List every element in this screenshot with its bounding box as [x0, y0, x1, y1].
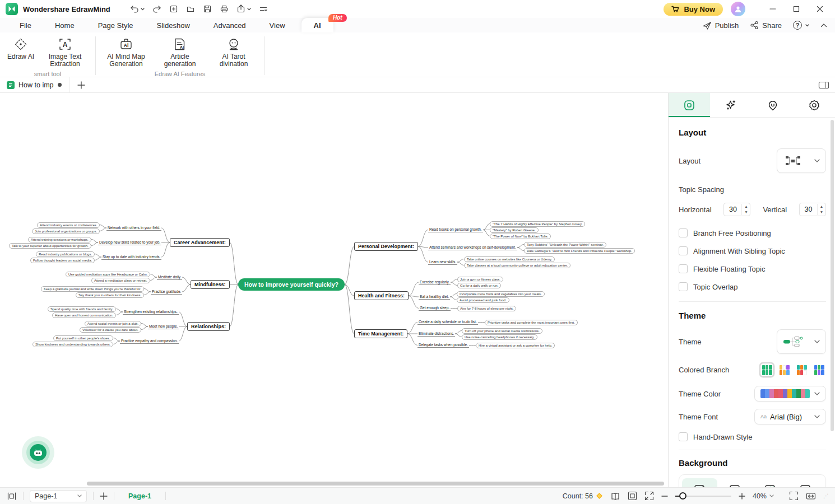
- redo-button[interactable]: [150, 2, 164, 16]
- mindmap-leaf-topic[interactable]: Use guided meditation apps like Headspac…: [66, 272, 150, 277]
- vertical-spacing-stepper[interactable]: 30 ▲▼: [799, 203, 826, 216]
- mindmap-subtopic[interactable]: Attend seminars and workshops on self-de…: [428, 245, 517, 250]
- tab-style-panel[interactable]: [669, 93, 710, 117]
- mindmap-leaf-topic[interactable]: "The Power of Now" by Eckhart Tolle.: [490, 234, 551, 239]
- resize-grip-icon[interactable]: ⋰: [823, 493, 829, 499]
- mindmap-leaf-topic[interactable]: Go for a daily walk or run.: [457, 283, 501, 288]
- menu-file[interactable]: File: [8, 21, 43, 30]
- menu-ai-active-tab[interactable]: AI Hot: [301, 18, 333, 32]
- checkbox-flexible-floating-topic[interactable]: Flexible Floating Topic: [679, 264, 826, 273]
- mindmap-leaf-topic[interactable]: Turn off your phone and social media not…: [462, 328, 542, 334]
- mindmap-branch-topic[interactable]: Health and Fitness:: [354, 291, 409, 300]
- mindmap-subtopic[interactable]: Delegate tasks when possible.: [418, 343, 469, 348]
- menu-home[interactable]: Home: [43, 21, 86, 30]
- stepper-arrows-icon[interactable]: ▲▼: [741, 204, 750, 215]
- minimize-button[interactable]: [761, 1, 785, 17]
- mindmap-subtopic[interactable]: Network with others in your field.: [106, 226, 161, 231]
- menu-view[interactable]: View: [258, 21, 297, 30]
- fit-width-button[interactable]: [806, 492, 816, 501]
- tab-sticker-panel[interactable]: [752, 93, 794, 117]
- mindmap-leaf-topic[interactable]: Keep a gratitude journal and write down …: [41, 286, 144, 292]
- mindmap-subtopic[interactable]: Eat a healthy diet.: [419, 295, 450, 300]
- mindmap-branch-topic[interactable]: Time Management:: [354, 329, 407, 338]
- pages-sidebar-button[interactable]: [7, 492, 17, 501]
- mindmap-leaf-topic[interactable]: Take online courses on websites like Cou…: [464, 256, 555, 262]
- mindmap-subtopic[interactable]: Stay up to date with industry trends.: [101, 255, 161, 260]
- mindmap-leaf-topic[interactable]: Put yourself in other people's shoes.: [53, 335, 113, 341]
- mindmap-leaf-topic[interactable]: Spend quality time with friends and fami…: [48, 306, 116, 312]
- mindmap-branch-topic[interactable]: Mindfulness:: [191, 280, 230, 289]
- stepper-arrows-icon[interactable]: ▲▼: [817, 204, 825, 215]
- mindmap-leaf-topic[interactable]: Volunteer for a cause you care about.: [80, 327, 141, 333]
- mindmap-leaf-topic[interactable]: Attend training sessions or workshops.: [28, 237, 91, 242]
- mindmap-leaf-topic[interactable]: Incorporate more fruits and vegetables i…: [457, 291, 545, 297]
- mindmap-branch-topic[interactable]: Personal Development:: [354, 242, 418, 251]
- zoom-in-button[interactable]: [739, 493, 745, 500]
- image-text-extraction-button[interactable]: A Image Text Extraction: [38, 35, 92, 69]
- menu-page-style[interactable]: Page Style: [86, 21, 145, 30]
- collapse-ribbon-button[interactable]: [820, 23, 827, 27]
- mindmap-leaf-topic[interactable]: Avoid processed and junk food.: [457, 297, 509, 303]
- mindmap-leaf-topic[interactable]: "The 7 Habits of Highly Effective People…: [490, 221, 585, 227]
- background-image-option[interactable]: Image: [787, 478, 823, 487]
- checkbox-hand-drawn-style[interactable]: Hand-Drawn Style: [679, 432, 826, 441]
- mindmap-leaf-topic[interactable]: Hire a virtual assistant or ask a cowork…: [476, 343, 555, 348]
- background-color-option[interactable]: Color: [717, 478, 753, 487]
- mindmap-subtopic[interactable]: Develop new skills related to your job.: [98, 240, 161, 245]
- page-selector-dropdown[interactable]: Page-1: [30, 490, 87, 502]
- colored-branch-swatch-3[interactable]: [795, 363, 809, 377]
- mindmap-subtopic[interactable]: Create a daily schedule or to-do list.: [418, 320, 478, 325]
- colored-branch-swatch-2[interactable]: [777, 363, 791, 377]
- layout-dropdown[interactable]: [777, 148, 826, 173]
- document-tab[interactable]: How to imp: [0, 77, 70, 92]
- panel-scrollbar[interactable]: [831, 120, 834, 431]
- colored-branch-swatch-4[interactable]: [812, 363, 826, 377]
- canvas-horizontal-scrollbar[interactable]: [87, 482, 664, 486]
- add-page-button[interactable]: [100, 492, 108, 500]
- user-avatar[interactable]: [731, 2, 745, 16]
- ai-mindmap-generation-button[interactable]: Ai AI Mind Map Generation: [99, 35, 153, 69]
- zoom-slider-knob[interactable]: [679, 492, 686, 500]
- mindmap-leaf-topic[interactable]: Aim for 7-8 hours of sleep per night.: [457, 306, 516, 311]
- fullscreen-button[interactable]: [789, 491, 799, 501]
- colored-branch-swatch-1[interactable]: [760, 363, 774, 377]
- mindmap-leaf-topic[interactable]: Tony Robbins' "Unleash the Power Within"…: [524, 242, 606, 248]
- help-button[interactable]: ?: [793, 21, 809, 30]
- mindmap-leaf-topic[interactable]: Join a gym or fitness class.: [457, 277, 503, 282]
- zoom-out-button[interactable]: [661, 493, 668, 500]
- checkbox-branch-free-positioning[interactable]: Branch Free Positioning: [679, 228, 826, 237]
- mindmap-branch-topic[interactable]: Career Advancement:: [170, 238, 230, 247]
- mindmap-subtopic[interactable]: Exercise regularly.: [419, 280, 451, 285]
- save-button[interactable]: [200, 2, 215, 16]
- menu-slideshow[interactable]: Slideshow: [145, 21, 202, 30]
- mindmap-subtopic[interactable]: Meditate daily.: [157, 275, 182, 280]
- mindmap-leaf-topic[interactable]: Attend social events or join a club.: [85, 321, 141, 326]
- mindmap-canvas[interactable]: How to improve yourself quickly?Career A…: [0, 93, 668, 487]
- mindmap-leaf-topic[interactable]: Have open and honest communication.: [52, 312, 116, 318]
- mindmap-leaf-topic[interactable]: Show kindness and understanding towards …: [33, 342, 113, 347]
- open-file-button[interactable]: [183, 2, 198, 16]
- buy-now-button[interactable]: Buy Now: [664, 3, 723, 16]
- new-file-button[interactable]: [166, 2, 181, 16]
- mindmap-leaf-topic[interactable]: Dale Carnegie's "How to Win Friends and …: [524, 248, 635, 254]
- mindmap-leaf-topic[interactable]: Use noise-cancelling headphones if neces…: [462, 334, 537, 340]
- menu-advanced[interactable]: Advanced: [202, 21, 258, 30]
- theme-font-dropdown[interactable]: Aa Arial (Big): [754, 409, 826, 424]
- export-button[interactable]: [234, 2, 254, 16]
- new-tab-button[interactable]: [77, 81, 85, 89]
- theme-dropdown[interactable]: [777, 329, 826, 354]
- share-button[interactable]: Share: [750, 21, 782, 30]
- theme-color-dropdown[interactable]: [754, 386, 826, 402]
- print-button[interactable]: [217, 2, 231, 16]
- mindmap-leaf-topic[interactable]: Read industry publications or blogs.: [36, 251, 95, 257]
- mindmap-leaf-topic[interactable]: Follow thought leaders on social media.: [30, 258, 95, 263]
- mindmap-leaf-topic[interactable]: "Mastery" by Robert Greene.: [490, 227, 539, 233]
- checkbox-topic-overlap[interactable]: Topic Overlap: [679, 282, 826, 291]
- zoom-slider[interactable]: [675, 496, 731, 497]
- mindmap-leaf-topic[interactable]: Take classes at a local community colleg…: [464, 263, 570, 268]
- customize-toolbar-button[interactable]: [256, 2, 271, 16]
- article-generation-button[interactable]: Ai Article generation: [153, 35, 207, 69]
- publish-button[interactable]: Publish: [702, 21, 739, 30]
- mindmap-subtopic[interactable]: Practice empathy and compassion.: [120, 339, 179, 344]
- zoom-level-dropdown[interactable]: 40%: [753, 492, 774, 500]
